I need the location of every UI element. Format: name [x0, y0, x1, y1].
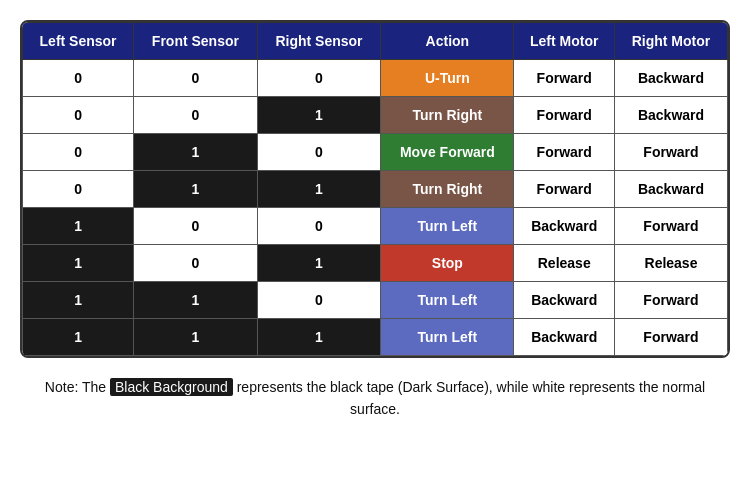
sensor-action-table: Left Sensor Front Sensor Right Sensor Ac… — [22, 22, 728, 356]
right-sensor-cell: 1 — [257, 97, 381, 134]
action-cell: Turn Left — [381, 319, 514, 356]
right-sensor-cell: 1 — [257, 319, 381, 356]
left-motor-cell: Backward — [514, 319, 615, 356]
header-right-sensor: Right Sensor — [257, 23, 381, 60]
right-motor-cell: Backward — [614, 97, 727, 134]
table-row: 011Turn RightForwardBackward — [23, 171, 728, 208]
front-sensor-cell: 1 — [134, 282, 258, 319]
action-cell: Turn Left — [381, 282, 514, 319]
left-motor-cell: Forward — [514, 171, 615, 208]
table-row: 111Turn LeftBackwardForward — [23, 319, 728, 356]
right-sensor-cell: 0 — [257, 282, 381, 319]
right-motor-cell: Backward — [614, 171, 727, 208]
right-sensor-cell: 0 — [257, 208, 381, 245]
table-row: 101StopReleaseRelease — [23, 245, 728, 282]
front-sensor-cell: 0 — [134, 60, 258, 97]
right-motor-cell: Forward — [614, 282, 727, 319]
left-sensor-cell: 0 — [23, 171, 134, 208]
left-motor-cell: Release — [514, 245, 615, 282]
header-action: Action — [381, 23, 514, 60]
action-cell: Turn Right — [381, 171, 514, 208]
left-sensor-cell: 0 — [23, 97, 134, 134]
action-cell: Turn Left — [381, 208, 514, 245]
right-sensor-cell: 1 — [257, 171, 381, 208]
left-motor-cell: Forward — [514, 60, 615, 97]
action-cell: Turn Right — [381, 97, 514, 134]
note-prefix: Note: The — [45, 379, 110, 395]
front-sensor-cell: 1 — [134, 134, 258, 171]
right-motor-cell: Backward — [614, 60, 727, 97]
table-row: 010Move ForwardForwardForward — [23, 134, 728, 171]
left-sensor-cell: 1 — [23, 208, 134, 245]
header-front-sensor: Front Sensor — [134, 23, 258, 60]
left-motor-cell: Backward — [514, 208, 615, 245]
action-cell: Move Forward — [381, 134, 514, 171]
left-motor-cell: Forward — [514, 134, 615, 171]
front-sensor-cell: 0 — [134, 97, 258, 134]
header-right-motor: Right Motor — [614, 23, 727, 60]
left-sensor-cell: 0 — [23, 134, 134, 171]
left-motor-cell: Backward — [514, 282, 615, 319]
header-left-motor: Left Motor — [514, 23, 615, 60]
front-sensor-cell: 1 — [134, 319, 258, 356]
table-header-row: Left Sensor Front Sensor Right Sensor Ac… — [23, 23, 728, 60]
action-cell: Stop — [381, 245, 514, 282]
table-row: 000U-TurnForwardBackward — [23, 60, 728, 97]
table-row: 110Turn LeftBackwardForward — [23, 282, 728, 319]
left-sensor-cell: 1 — [23, 282, 134, 319]
right-motor-cell: Forward — [614, 134, 727, 171]
note-suffix: represents the black tape (Dark Surface)… — [233, 379, 705, 417]
left-sensor-cell: 0 — [23, 60, 134, 97]
left-motor-cell: Forward — [514, 97, 615, 134]
right-sensor-cell: 1 — [257, 245, 381, 282]
right-sensor-cell: 0 — [257, 134, 381, 171]
right-motor-cell: Release — [614, 245, 727, 282]
action-cell: U-Turn — [381, 60, 514, 97]
note-highlight: Black Background — [110, 378, 233, 396]
right-motor-cell: Forward — [614, 208, 727, 245]
front-sensor-cell: 1 — [134, 171, 258, 208]
left-sensor-cell: 1 — [23, 319, 134, 356]
header-left-sensor: Left Sensor — [23, 23, 134, 60]
main-table-wrapper: Left Sensor Front Sensor Right Sensor Ac… — [20, 20, 730, 358]
front-sensor-cell: 0 — [134, 245, 258, 282]
table-row: 100Turn LeftBackwardForward — [23, 208, 728, 245]
right-motor-cell: Forward — [614, 319, 727, 356]
note-text: Note: The Black Background represents th… — [20, 376, 730, 421]
left-sensor-cell: 1 — [23, 245, 134, 282]
front-sensor-cell: 0 — [134, 208, 258, 245]
right-sensor-cell: 0 — [257, 60, 381, 97]
table-row: 001Turn RightForwardBackward — [23, 97, 728, 134]
